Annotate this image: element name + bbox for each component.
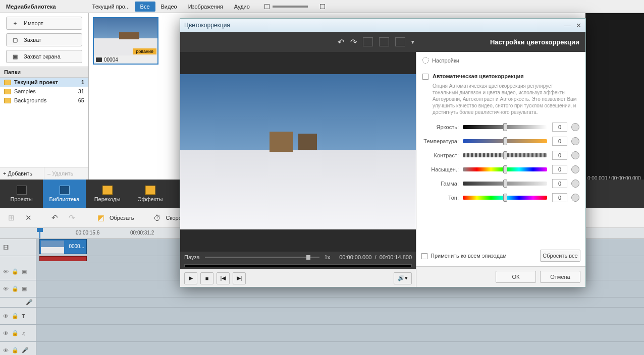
gamma-reset[interactable] [571,180,579,188]
play-button[interactable]: ▶ [184,272,197,284]
filter-tabs: Все Видео Изображения Аудио [135,2,255,12]
split-icon[interactable]: ⊞ [5,212,17,224]
stop-button[interactable]: ■ [200,272,213,284]
plus-icon: + [11,20,20,27]
lock-icon[interactable]: 🔒 [12,285,19,292]
brightness-slider[interactable] [463,125,547,129]
tab-audio[interactable]: Аудио [229,2,255,12]
close-icon[interactable]: ✕ [576,22,581,29]
redo-icon[interactable]: ↷ [350,37,357,47]
folder-count: 1 [81,79,84,85]
saturation-value[interactable]: 0 [552,165,567,174]
prev-frame-button[interactable]: |◀ [217,272,230,284]
folder-name: Backgrounds [14,97,46,103]
track-music[interactable]: 👁🔒♫ [0,325,644,342]
hue-value[interactable]: 0 [552,193,567,202]
track-text[interactable]: 👁🔒T [0,308,644,325]
contrast-value[interactable]: 0 [552,151,567,160]
capture-label: Захват [24,37,41,43]
mode-transitions[interactable]: Переходы [86,180,129,208]
gamma-value[interactable]: 0 [552,179,567,188]
track-voice[interactable]: 👁🔒🎤 [0,342,644,355]
contrast-reset[interactable] [571,151,579,159]
minimize-icon[interactable]: — [564,22,571,29]
temperature-slider[interactable] [463,139,547,143]
folder-samples[interactable]: Samples31 [0,87,88,96]
folder-current-project[interactable]: Текущий проект1 [0,78,88,87]
delete-folder-button[interactable]: – Удалить [44,167,88,180]
capture-button[interactable]: ▢Захват [6,33,82,46]
apply-all-checkbox[interactable] [421,253,427,259]
eye-icon[interactable]: 👁 [3,286,9,292]
lock-icon[interactable]: 🔒 [12,268,19,275]
folder-backgrounds[interactable]: Backgrounds65 [0,96,88,105]
dialog-section-title: Настройки цветокоррекции [490,38,579,46]
dialog-settings-pane: Настройки Автоматическая цветокоррекция … [416,52,585,287]
text-track-icon: T [22,313,25,319]
crop-button[interactable]: ◩Обрезать [95,212,134,224]
audio-clip[interactable] [39,256,87,261]
reset-all-button[interactable]: Сбросить все [540,250,580,262]
delete-icon[interactable]: ✕ [22,212,34,224]
mode-library[interactable]: Библиотека [43,180,86,208]
auto-color-label: Автоматическая цветокоррекция [433,73,524,79]
volume-button[interactable]: 🔊▾ [394,272,412,284]
thumb-size-slider[interactable] [273,6,308,8]
screen-label: Захват экрана [24,53,61,60]
saturation-row: Насыщен.: 0 [422,165,579,174]
saturation-slider[interactable] [463,167,547,171]
preview-progress[interactable] [180,263,416,269]
tab-images[interactable]: Изображения [183,2,229,12]
lock-icon[interactable]: 🔒 [12,330,19,336]
brightness-reset[interactable] [571,123,579,131]
temperature-reset[interactable] [571,137,579,145]
eye-icon[interactable]: 👁 [3,313,9,319]
speed-slider[interactable] [205,257,319,258]
cancel-button[interactable]: Отмена [540,271,580,283]
hue-reset[interactable] [571,194,579,202]
tab-all[interactable]: Все [135,2,155,12]
thumb-size-small-icon[interactable] [264,4,270,9]
clip-thumbnail[interactable]: рование 00004 [93,17,158,65]
mode-projects[interactable]: Проекты [0,180,43,208]
mode-effects[interactable]: Эффекты [129,180,172,208]
auto-color-description: Опция Автоматическая цветокоррекция регу… [433,83,579,115]
compare-grid-icon[interactable] [379,37,389,46]
compare-display-icon[interactable] [395,37,405,46]
settings-label: Настройки [432,57,459,64]
playhead[interactable] [39,228,40,239]
ok-button[interactable]: ОК [496,271,536,283]
lock-icon[interactable]: 🔒 [12,313,19,319]
brightness-value[interactable]: 0 [552,123,567,132]
folder-count: 31 [78,88,84,94]
video-clip[interactable]: 0000... [39,239,87,254]
clip-preview [41,241,64,254]
hue-slider[interactable] [463,196,547,200]
compare-split-icon[interactable] [363,37,373,46]
contrast-slider[interactable] [463,153,547,157]
thumb-size-large-icon[interactable] [320,4,325,9]
dialog-titlebar[interactable]: Цветокоррекция — ✕ [180,19,585,32]
crop-label: Обрезать [110,215,134,221]
undo-icon[interactable]: ↶ [338,37,344,47]
mic-icon: 🎤 [26,299,33,306]
chevron-down-icon[interactable]: ▾ [411,39,414,45]
redo-icon[interactable]: ↷ [66,212,78,224]
eye-icon[interactable]: 👁 [3,269,9,275]
lock-icon[interactable]: 🔒 [12,347,19,353]
next-frame-button[interactable]: ▶| [233,272,246,284]
add-folder-button[interactable]: + Добавить [0,167,44,180]
tab-video[interactable]: Видео [155,2,183,12]
folder-icon [4,80,11,85]
screen-capture-button[interactable]: ▣Захват экрана [6,50,82,63]
undo-icon[interactable]: ↶ [48,212,61,224]
temperature-value[interactable]: 0 [552,137,567,146]
auto-color-checkbox[interactable] [422,74,428,80]
saturation-reset[interactable] [571,165,579,173]
eye-icon[interactable]: 👁 [3,347,9,353]
eye-icon[interactable]: 👁 [3,330,9,336]
track-overlay2b[interactable]: 🎤 [0,298,644,308]
gamma-slider[interactable] [463,182,547,186]
video-icon [96,57,102,62]
import-button[interactable]: +Импорт [6,17,82,30]
